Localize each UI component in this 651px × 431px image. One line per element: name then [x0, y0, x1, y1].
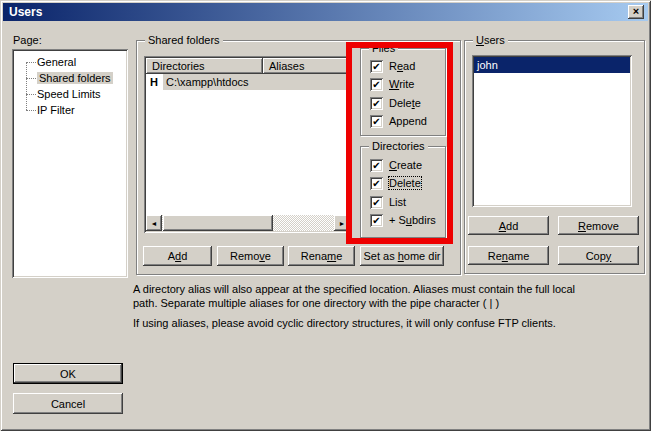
list-item-john[interactable]: john: [474, 57, 630, 73]
titlebar[interactable]: Users ×: [3, 3, 648, 21]
note-line-1: A directory alias will also appear at th…: [133, 282, 575, 296]
checkbox-read[interactable]: ✔ Read: [370, 59, 415, 73]
users-list[interactable]: john: [472, 55, 632, 207]
directories-group-label: Directories: [369, 140, 428, 152]
checkbox-delete-dir[interactable]: ✔ Delete: [370, 176, 421, 190]
home-flag: H: [150, 74, 158, 90]
checkbox-checked-icon[interactable]: ✔: [370, 196, 383, 209]
cancel-button[interactable]: Cancel: [13, 393, 123, 414]
list-header: Directories Aliases: [146, 58, 350, 74]
checkbox-subdirs[interactable]: ✔ + Subdirs: [370, 213, 436, 227]
checkbox-checked-icon[interactable]: ✔: [370, 97, 383, 110]
directories-list[interactable]: Directories Aliases H C:\xampp\htdocs ◄ …: [144, 56, 352, 233]
files-group: Files ✔ Read ✔ Write ✔ Delete ✔ Append: [360, 48, 446, 136]
alias-notes: A directory alias will also appear at th…: [133, 282, 575, 330]
column-header-directories[interactable]: Directories: [146, 58, 263, 74]
add-folder-button[interactable]: Add: [143, 246, 212, 266]
checkbox-checked-icon[interactable]: ✔: [370, 159, 383, 172]
sidebar-item-speed-limits[interactable]: Speed Limits: [12, 86, 128, 102]
users-dialog: Users × Page: General Shared folders Spe…: [0, 0, 651, 431]
copy-user-button[interactable]: Copy: [558, 246, 639, 265]
checkbox-delete-file[interactable]: ✔ Delete: [370, 96, 421, 110]
checkbox-checked-icon[interactable]: ✔: [370, 214, 383, 227]
scrollbar-thumb[interactable]: [163, 215, 273, 231]
checkbox-append[interactable]: ✔ Append: [370, 114, 427, 128]
set-as-home-dir-button[interactable]: Set as home dir: [360, 246, 444, 266]
scroll-left-icon[interactable]: ◄: [146, 215, 162, 231]
note-line-2: path. Separate multiple aliases for one …: [133, 296, 575, 310]
users-group-label: Users: [473, 34, 508, 46]
close-icon[interactable]: ×: [628, 5, 644, 19]
remove-folder-button[interactable]: Remove: [217, 246, 284, 266]
sidebar-item-shared-folders[interactable]: Shared folders: [12, 70, 128, 86]
horizontal-scrollbar[interactable]: ◄ ►: [146, 215, 350, 231]
directory-path: C:\xampp\htdocs: [163, 74, 350, 90]
note-line-3: If using aliases, please avoid cyclic di…: [133, 316, 575, 330]
sidebar-item-general[interactable]: General: [12, 54, 128, 70]
checkbox-create[interactable]: ✔ Create: [370, 158, 422, 172]
checkbox-checked-icon[interactable]: ✔: [370, 78, 383, 91]
directories-group: Directories ✔ Create ✔ Delete ✔ List ✔ +…: [360, 146, 446, 238]
rename-folder-button[interactable]: Rename: [288, 246, 355, 266]
remove-user-button[interactable]: Remove: [558, 216, 639, 235]
window-title: Users: [9, 5, 42, 19]
scroll-right-icon[interactable]: ►: [334, 215, 350, 231]
page-tree[interactable]: General Shared folders Speed Limits IP F…: [12, 49, 128, 278]
checkbox-checked-icon[interactable]: ✔: [370, 115, 383, 128]
sidebar-item-ip-filter[interactable]: IP Filter: [12, 102, 128, 118]
page-label: Page:: [13, 34, 42, 46]
files-group-label: Files: [369, 42, 398, 54]
rename-user-button[interactable]: Rename: [468, 246, 549, 265]
add-user-button[interactable]: Add: [468, 216, 549, 235]
checkbox-checked-icon[interactable]: ✔: [370, 60, 383, 73]
table-row[interactable]: H C:\xampp\htdocs: [146, 74, 350, 90]
ok-button[interactable]: OK: [13, 363, 123, 384]
column-header-aliases[interactable]: Aliases: [263, 58, 350, 74]
checkbox-write[interactable]: ✔ Write: [370, 77, 414, 91]
checkbox-list[interactable]: ✔ List: [370, 195, 406, 209]
shared-folders-group-label: Shared folders: [145, 34, 223, 46]
checkbox-checked-icon[interactable]: ✔: [370, 177, 383, 190]
